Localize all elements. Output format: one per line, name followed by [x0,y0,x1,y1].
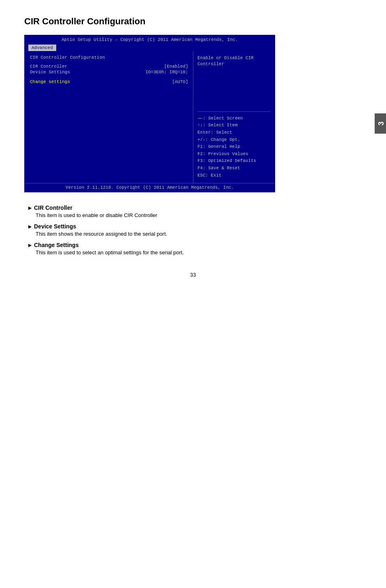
bios-key-select-item: ↑↓: Select Item [197,122,270,129]
desc-item-device-settings: Device Settings This item shows the reso… [28,223,362,237]
desc-title-device-settings: Device Settings [28,223,362,230]
bios-label-change-settings: Change settings [30,79,70,84]
bios-tab-advanced[interactable]: Advanced [28,45,56,51]
page-number: 33 [24,272,362,278]
bios-help-line1: Enable or Disable CIR [197,55,254,60]
bios-footer-text: Version 2.11.1210. Copyright (C) 2011 Am… [66,185,234,190]
bios-row-change-settings: Change settings [AUTO] [30,79,188,84]
bios-key-f4: F4: Save & Reset [197,165,270,172]
desc-title-cir-controller: CIR Controller [28,205,362,211]
bios-tab-bar: Advanced [25,44,274,51]
bios-section-title: CIR Controller Configuration [30,55,188,60]
desc-text-change-settings: This item is used to select an optimal s… [28,249,362,256]
bios-row-cir-controller: CIR Controller [Enabled] [30,64,188,69]
bios-key-select-screen: →←: Select Screen [197,115,270,122]
bios-label-cir-controller: CIR Controller [30,64,67,69]
desc-text-cir-controller: This item is used to enable or disable C… [28,212,362,218]
description-list: CIR Controller This item is used to enab… [24,205,362,256]
bios-divider [197,111,270,112]
bios-key-legend: →←: Select Screen ↑↓: Select Item Enter:… [197,115,270,179]
bios-body: CIR Controller Configuration CIR Control… [25,51,274,183]
bios-value-device-settings: IO=3E0h; IRQ=10; [145,70,188,75]
bios-row-device-settings: Device Settings IO=3E0h; IRQ=10; [30,70,188,75]
bios-footer: Version 2.11.1210. Copyright (C) 2011 Am… [25,183,274,192]
page-title: CIR Controller Configuration [24,16,362,27]
bios-key-esc: ESC: Exit [197,172,270,179]
bios-value-change-settings: [AUTO] [172,79,188,84]
bios-value-cir-controller: [Enabled] [164,64,188,69]
bios-label-device-settings: Device Settings [30,70,70,75]
bios-screenshot: Aptio Setup Utility - Copyright (C) 2011… [24,35,275,192]
bios-help-line2: Controller [197,62,224,66]
bios-key-f2: F2: Previous Values [197,151,270,158]
bios-key-f3: F3: Optimized Defaults [197,158,270,165]
chapter-tab: 3 [375,113,386,134]
bios-sidebar-panel: Enable or Disable CIR Controller →←: Sel… [193,51,274,183]
bios-key-f1: F1: General Help [197,143,270,151]
desc-title-change-settings: Change Settings [28,242,362,248]
bios-key-change-opt: +/-: Change Opt. [197,136,270,144]
desc-item-cir-controller: CIR Controller This item is used to enab… [28,205,362,218]
page-content: CIR Controller Configuration Aptio Setup… [0,0,386,294]
desc-text-device-settings: This item shows the resource assigned to… [28,231,362,237]
bios-main-panel: CIR Controller Configuration CIR Control… [25,51,193,183]
bios-header-text: Aptio Setup Utility - Copyright (C) 2011… [62,37,238,42]
bios-key-enter: Enter: Select [197,129,270,136]
bios-help-text: Enable or Disable CIR Controller [197,55,270,68]
bios-header: Aptio Setup Utility - Copyright (C) 2011… [25,36,274,44]
desc-item-change-settings: Change Settings This item is used to sel… [28,242,362,256]
